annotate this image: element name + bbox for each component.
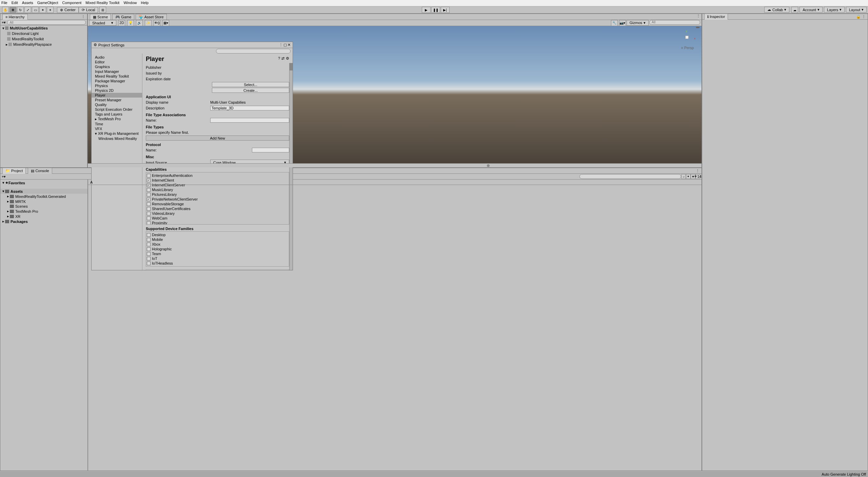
scale-tool[interactable]: ⤢ (24, 7, 31, 13)
console-tab[interactable]: ▤ Console (28, 168, 52, 174)
move-tool[interactable]: ✥ (9, 7, 16, 13)
menu-help[interactable]: Help (141, 1, 149, 5)
create-dropdown[interactable]: +▾ (2, 20, 6, 25)
hidden-count-icon[interactable]: 👁14 (695, 174, 700, 179)
settings-cat-script[interactable]: Script Execution Order (92, 107, 142, 112)
project-content[interactable]: A (88, 180, 702, 471)
hierarchy-item[interactable]: MixedRealityToolkit (12, 37, 44, 41)
cloud-icon[interactable]: ☁ (791, 7, 798, 13)
folder-item[interactable]: Scenes (15, 204, 28, 208)
settings-cat-package[interactable]: Package Manager (92, 79, 142, 83)
hierarchy-item[interactable]: MixedRealityPlayspace (13, 42, 52, 46)
settings-cat-player[interactable]: Player (92, 93, 142, 98)
folder-item[interactable]: MRTK (15, 200, 26, 204)
window-maximize-icon[interactable]: ▢ (283, 43, 287, 47)
menu-gameobject[interactable]: GameObject (37, 1, 58, 5)
asset-store-tab[interactable]: 🏪 Asset Store (136, 14, 166, 20)
transform-tool[interactable]: ✦ (39, 7, 46, 13)
menu-assets[interactable]: Assets (22, 1, 33, 5)
breadcrumb[interactable]: A (90, 180, 93, 184)
assets-folder[interactable]: Assets (11, 189, 23, 193)
settings-cat-time[interactable]: Time (92, 122, 142, 126)
local-global-toggle[interactable]: ⟳Local (79, 7, 98, 13)
folder-item[interactable]: MixedRealityToolkit.Generated (15, 194, 66, 199)
scene-viewport[interactable]: y x ≡ Persp ⚙ Project Settings ⋮ ▢ ✕ (88, 26, 702, 163)
window-menu-icon[interactable]: ⋮ (279, 43, 283, 47)
menu-edit[interactable]: Edit (12, 1, 18, 5)
layers-dropdown[interactable]: Layers▾ (824, 7, 845, 13)
settings-cat-audio[interactable]: Audio (92, 55, 142, 60)
scene-hscroll[interactable] (88, 163, 702, 167)
select-button[interactable]: Select... (212, 82, 289, 87)
settings-cat-physics2d[interactable]: Physics 2D (92, 88, 142, 93)
hierarchy-item[interactable]: Directional Light (12, 32, 39, 36)
hidden-toggle[interactable]: 👁0 (154, 20, 160, 26)
settings-cat-vfx[interactable]: VFX (92, 126, 142, 131)
project-search[interactable] (579, 174, 681, 179)
menu-component[interactable]: Component (62, 1, 81, 5)
lighting-toggle[interactable]: 💡 (127, 20, 134, 26)
create-button[interactable]: Create... (212, 88, 289, 93)
orientation-gizmo[interactable]: y x ≡ Persp (679, 29, 695, 51)
settings-cat-tags[interactable]: Tags and Layers (92, 112, 142, 117)
packages-folder[interactable]: Packages (11, 220, 28, 224)
hierarchy-search[interactable] (7, 20, 86, 25)
settings-cat-xr[interactable]: ▾ XR Plug-in Management (92, 131, 142, 136)
project-tab[interactable]: 📁 Project (2, 168, 26, 174)
hand-tool[interactable]: ✋ (2, 7, 9, 13)
step-button[interactable]: ▶| (441, 7, 450, 13)
tools-icon[interactable]: 🔧 (611, 20, 618, 26)
layout-dropdown[interactable]: Layout▾ (846, 7, 867, 13)
account-dropdown[interactable]: Account▾ (800, 7, 823, 13)
settings-cat-mrtk[interactable]: Mixed Reality Toolkit (92, 74, 142, 79)
settings-cat-wmr[interactable]: Windows Mixed Reality (92, 136, 142, 141)
window-close-icon[interactable]: ✕ (288, 43, 291, 47)
snap-toggle[interactable]: ⊞ (99, 7, 106, 13)
collab-dropdown[interactable]: ☁Collab▾ (764, 7, 789, 13)
help-icon[interactable]: ? (278, 56, 280, 61)
filter-by-label-icon[interactable]: ✦ (686, 174, 691, 179)
rect-tool[interactable]: ▭ (32, 7, 39, 13)
inspector-tab[interactable]: ℹ Inspector (704, 14, 728, 20)
settings-search[interactable] (216, 49, 291, 54)
menu-file[interactable]: File (1, 1, 7, 5)
grid-toggle[interactable]: ▦▾ (162, 20, 169, 26)
maximise-icon[interactable] (696, 27, 699, 28)
settings-cat-graphics[interactable]: Graphics (92, 64, 142, 69)
audio-toggle[interactable]: 🔊 (136, 20, 143, 26)
pivot-center-toggle[interactable]: ⊕Center (57, 7, 79, 13)
shading-mode-dropdown[interactable]: Shaded▾ (89, 20, 116, 26)
lock-icon[interactable]: 🔒 (856, 15, 861, 19)
play-button[interactable]: ▶ (422, 7, 431, 13)
preset-icon[interactable]: ⇄ (281, 56, 284, 61)
description-input[interactable] (210, 106, 289, 110)
assoc-name-input[interactable] (210, 118, 289, 123)
settings-cat-input[interactable]: Input Manager (92, 69, 142, 74)
checkbox-icon[interactable] (147, 174, 151, 178)
settings-cat-editor[interactable]: Editor (92, 60, 142, 64)
scene-search[interactable] (649, 20, 700, 25)
fx-toggle[interactable]: ✨ (145, 20, 152, 26)
scene-tab[interactable]: ▦ Scene (90, 14, 111, 20)
filter-by-type-icon[interactable]: ⌕ (681, 174, 686, 179)
menu-mrtk[interactable]: Mixed Reality Toolkit (85, 1, 119, 5)
capability-item[interactable]: EnterpriseAuthentication (147, 173, 288, 178)
settings-cat-physics[interactable]: Physics (92, 83, 142, 88)
hierarchy-tab[interactable]: ≡ Hierarchy (2, 14, 28, 20)
rotate-tool[interactable]: ↻ (17, 7, 24, 13)
folder-item[interactable]: XR (15, 214, 20, 219)
menu-window[interactable]: Window (123, 1, 137, 5)
game-tab[interactable]: 🎮 Game (112, 14, 134, 20)
settings-cat-preset[interactable]: Preset Manager (92, 98, 142, 102)
project-create-dropdown[interactable]: +▾ (2, 174, 6, 179)
addnew-button[interactable]: Add New (146, 136, 289, 141)
favorites-header[interactable]: Favorites (8, 181, 25, 185)
gizmos-dropdown[interactable]: Gizmos▾ (627, 20, 649, 26)
scene-root[interactable]: MultiUserCapabilities (10, 26, 48, 30)
settings-cat-quality[interactable]: Quality (92, 102, 142, 107)
settings-cat-tmp[interactable]: ▸ TextMesh Pro (92, 117, 142, 122)
custom-tool[interactable]: ✶ (47, 7, 54, 13)
pause-button[interactable]: ❚❚ (431, 7, 440, 13)
2d-toggle[interactable]: 2D (118, 20, 125, 26)
gear-icon[interactable]: ⚙ (286, 56, 289, 61)
